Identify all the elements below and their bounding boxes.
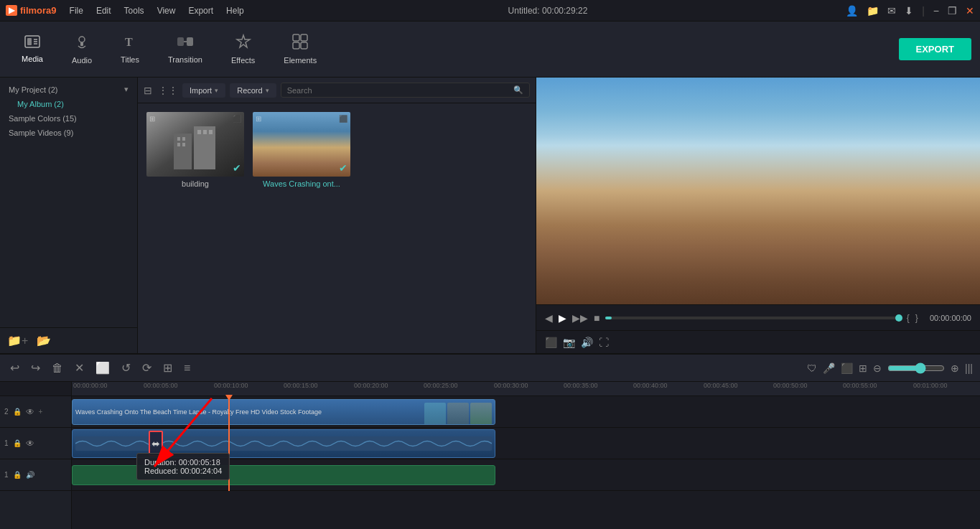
redo-btn[interactable]: ↪	[28, 360, 43, 376]
menu-view[interactable]: View	[151, 4, 182, 17]
toolbar-audio[interactable]: Audio	[59, 29, 105, 69]
mic-icon[interactable]: 🎤	[823, 362, 835, 374]
menu-tools[interactable]: Tools	[118, 4, 150, 17]
search-field[interactable]: 🔍	[281, 83, 530, 98]
prev-frame-btn[interactable]: ◀	[545, 312, 553, 324]
progress-bar[interactable]	[605, 317, 900, 319]
fast-forward-btn[interactable]: ▶▶	[572, 312, 588, 324]
snapshot-icon[interactable]: 📷	[563, 337, 575, 348]
thumb-check-icon: ✔	[233, 162, 241, 174]
menu-help[interactable]: Help	[220, 4, 250, 17]
menu-file[interactable]: File	[64, 4, 89, 17]
crop-btn[interactable]: ⬜	[93, 360, 113, 376]
rotate-btn[interactable]: ↺	[118, 360, 134, 376]
bracket-right-icon[interactable]: }	[915, 313, 918, 323]
ruler-9: 00:00:45:00	[704, 382, 738, 389]
tree-my-project[interactable]: My Project (2) ▾	[0, 82, 137, 97]
motion-icon[interactable]: ⬛	[841, 362, 853, 374]
minimize-btn[interactable]: −	[933, 5, 939, 17]
tooltip-reduced-row: Reduced: 00:00:24:04	[144, 467, 222, 475]
svg-rect-21	[197, 130, 201, 134]
toolbar-transition[interactable]: Transition	[155, 30, 215, 68]
split-btn[interactable]: ⊞	[160, 360, 175, 376]
track-lock-icon-1[interactable]: 🔒	[13, 439, 22, 447]
titles-label: Titles	[121, 55, 139, 64]
pip-icon[interactable]: ⬛	[545, 337, 557, 348]
close-clip-btn[interactable]: ✕	[72, 360, 87, 376]
logo-icon: ▶	[6, 5, 17, 16]
svg-point-5	[79, 37, 85, 42]
timeline-toolbar: ↩ ↪ 🗑 ✕ ⬜ ↺ ⟳ ⊞ ≡ 🛡 🎤 ⬛ ⊞ ⊖ ⊕ |||	[0, 355, 980, 382]
preview-time: 00:00:00:00	[930, 314, 971, 322]
toolbar-media[interactable]: Media	[9, 31, 56, 67]
media-icon	[24, 35, 40, 52]
toolbar-elements[interactable]: Elements	[271, 29, 330, 69]
zoom-out-icon[interactable]: ⊖	[873, 362, 882, 374]
tooltip-reduced-label: Reduced:	[144, 467, 178, 475]
play-btn[interactable]: ▶	[559, 312, 566, 324]
add-folder-icon[interactable]: 📁+	[7, 334, 28, 347]
delete-btn[interactable]: 🗑	[49, 360, 66, 376]
refresh-btn[interactable]: ⟳	[139, 360, 154, 376]
import-button[interactable]: Import ▾	[182, 83, 225, 98]
tree-sample-colors[interactable]: Sample Colors (15)	[0, 111, 137, 126]
track-audio-mute-icon[interactable]: 🔊	[26, 471, 34, 479]
adjust-btn[interactable]: ≡	[181, 360, 193, 376]
timeline-settings-icon[interactable]: |||	[965, 362, 973, 374]
track-eye-icon-2[interactable]: 👁	[26, 407, 34, 417]
elements-label: Elements	[284, 56, 317, 65]
undo-btn[interactable]: ↩	[7, 360, 22, 376]
elements-icon	[292, 34, 308, 53]
zoom-in-icon[interactable]: ⊕	[951, 362, 959, 374]
record-button[interactable]: Record ▾	[230, 83, 276, 98]
media-item-waves[interactable]: ⊞ ⬛ ✔ Waves Crashing ont...	[253, 112, 350, 188]
user-icon[interactable]: 👤	[846, 5, 858, 17]
export-button[interactable]: EXPORT	[899, 38, 971, 60]
ruler-3: 00:00:15:00	[284, 382, 318, 389]
track-eye-icon-1[interactable]: 👁	[26, 439, 34, 449]
clip-waves-label: Waves Crashing Onto The Beach Time Lapse…	[73, 407, 325, 417]
tooltip-duration-value: 00:00:05:18	[179, 458, 220, 467]
tree-sample-videos[interactable]: Sample Videos (9)	[0, 126, 137, 140]
grid-lines-icon2: ⊞	[256, 115, 261, 123]
fullscreen-icon[interactable]: ⛶	[599, 337, 609, 348]
mail-icon[interactable]: ✉	[887, 5, 896, 17]
tooltip-duration-label: Duration:	[144, 458, 177, 467]
ruler-5: 00:00:25:00	[424, 382, 458, 389]
add-track-icon[interactable]: ⊞	[859, 362, 867, 374]
grid-icon[interactable]: ⋮⋮	[158, 85, 178, 96]
clip-waves-bottom[interactable]	[72, 429, 495, 458]
media-item-building[interactable]: ⊞ ⬛ ✔ building	[146, 112, 244, 188]
filter-icon[interactable]: ⊟	[144, 85, 152, 96]
ruler-8: 00:00:40:00	[633, 382, 668, 389]
track-add-icon-2[interactable]: +	[39, 408, 43, 416]
clip-audio[interactable]	[72, 465, 495, 485]
thumb-type-icon2: ⬛	[339, 115, 347, 123]
volume-icon[interactable]: 🔊	[581, 337, 593, 348]
close-btn[interactable]: ✕	[966, 5, 974, 17]
menu-edit[interactable]: Edit	[90, 4, 117, 17]
titlebar-controls: 👤 📁 ✉ ⬇ | − ❐ ✕	[846, 5, 974, 17]
bracket-left-icon[interactable]: {	[907, 313, 910, 323]
track-lock-icon-2[interactable]: 🔒	[13, 408, 22, 416]
clip-waves-top[interactable]: Waves Crashing Onto The Beach Time Lapse…	[72, 399, 495, 425]
menu-export[interactable]: Export	[182, 4, 219, 17]
shield-icon[interactable]: 🛡	[807, 362, 817, 374]
ruler-12: 00:01:00:00	[913, 382, 948, 389]
new-folder-icon[interactable]: 📂	[37, 334, 51, 347]
zoom-range[interactable]	[887, 362, 945, 374]
track-row-2: Waves Crashing Onto The Beach Time Lapse…	[72, 396, 980, 428]
toolbar-effects[interactable]: Effects	[218, 29, 268, 69]
stop-btn[interactable]: ■	[594, 312, 599, 324]
my-album-label: My Album (2)	[17, 100, 64, 108]
track-audio-lock-icon[interactable]: 🔒	[13, 471, 22, 479]
restore-btn[interactable]: ❐	[948, 5, 957, 17]
tree-my-album[interactable]: My Album (2)	[0, 97, 137, 111]
toolbar-titles[interactable]: T Titles	[108, 30, 152, 68]
import-label: Import	[190, 86, 212, 95]
download-icon[interactable]: ⬇	[905, 5, 913, 17]
tree-arrow-icon: ▾	[124, 85, 129, 94]
cloud-icon[interactable]: 📁	[867, 5, 879, 17]
search-input[interactable]	[287, 86, 513, 95]
media-toolbar: ⊟ ⋮⋮ Import ▾ Record ▾ 🔍	[138, 78, 536, 103]
